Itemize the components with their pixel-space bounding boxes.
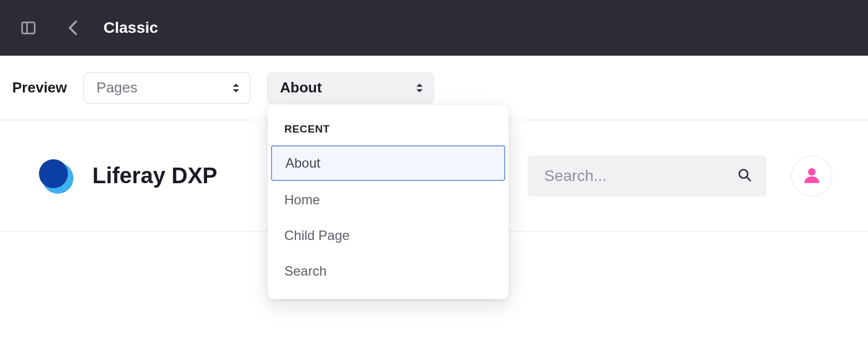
pages-select[interactable]: Pages	[83, 72, 250, 104]
topbar: Classic	[0, 0, 868, 56]
user-icon	[803, 166, 821, 186]
topbar-title: Classic	[103, 19, 158, 37]
sort-arrows-icon	[232, 83, 240, 93]
liferay-logo-icon	[37, 157, 75, 195]
dropdown-item-child-page[interactable]: Child Page	[268, 218, 509, 253]
page-select-label: About	[280, 79, 322, 96]
search-icon	[737, 167, 752, 185]
svg-line-5	[747, 177, 750, 180]
controls-row: Preview Pages About RECENT About Home Ch…	[0, 56, 868, 120]
dropdown-item-home[interactable]: Home	[268, 182, 509, 218]
svg-point-6	[808, 168, 815, 175]
dropdown-header: RECENT	[268, 115, 509, 144]
pages-select-label: Pages	[96, 79, 137, 96]
user-avatar[interactable]	[791, 155, 832, 197]
sort-arrows-icon	[416, 83, 423, 93]
page-select[interactable]: About	[267, 72, 434, 104]
svg-rect-0	[22, 22, 35, 33]
dropdown-item-search[interactable]: Search	[268, 253, 509, 289]
page-select-dropdown: RECENT About Home Child Page Search	[268, 105, 509, 299]
svg-point-3	[39, 159, 68, 188]
search-placeholder: Search...	[544, 167, 737, 185]
search-input[interactable]: Search...	[527, 155, 767, 197]
panel-toggle-icon[interactable]	[20, 19, 37, 36]
back-icon[interactable]	[65, 19, 81, 36]
dropdown-item-about[interactable]: About	[271, 145, 505, 181]
preview-label: Preview	[12, 79, 67, 96]
